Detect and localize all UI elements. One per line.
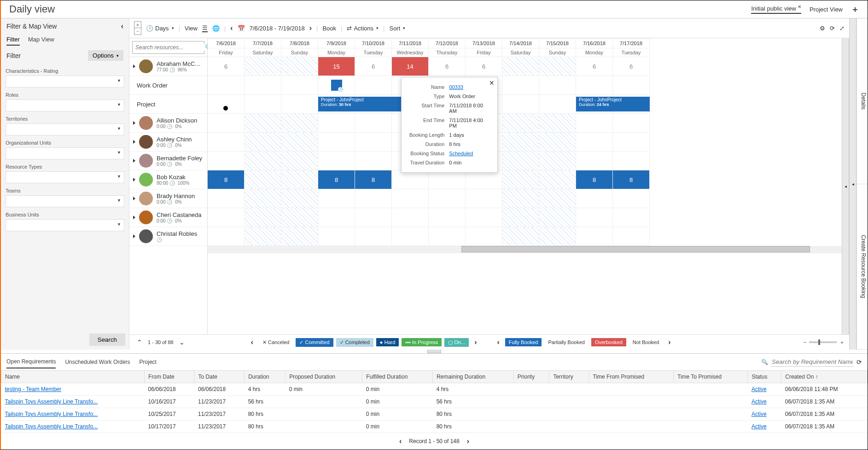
list-view-icon[interactable]: ☰ <box>202 24 208 32</box>
filter-select[interactable] <box>6 76 124 88</box>
resource-page-up[interactable]: ⌃ <box>134 337 145 347</box>
column-header[interactable]: Duration <box>245 371 285 383</box>
grid-cell[interactable] <box>539 114 576 133</box>
expand-icon[interactable] <box>133 234 135 238</box>
grid-cell[interactable] <box>318 133 355 152</box>
column-header[interactable]: Fulfilled Duration <box>362 371 433 383</box>
column-header[interactable]: Name <box>1 371 145 383</box>
book-button[interactable]: Book <box>322 25 336 32</box>
grid-cell[interactable]: 14 <box>392 57 429 76</box>
zoom-slider[interactable] <box>818 339 820 345</box>
grid-cell[interactable]: 8 <box>355 170 392 189</box>
grid-cell[interactable] <box>502 208 539 227</box>
collapse-rails-handle[interactable]: ◂ <box>849 18 856 350</box>
filter-select[interactable] <box>6 147 124 159</box>
grid-cell[interactable] <box>281 57 318 76</box>
grid-cell[interactable] <box>245 152 281 170</box>
expand-icon[interactable] <box>133 121 135 125</box>
grid-cell[interactable] <box>281 227 318 246</box>
resource-page-down[interactable]: ⌄ <box>176 337 187 347</box>
resource-row[interactable]: Cheri Castaneda0:00 🕒0% <box>129 208 207 227</box>
grid-cell[interactable] <box>208 208 245 227</box>
search-button[interactable]: Search <box>89 333 125 346</box>
close-icon[interactable]: ✕ <box>489 79 495 87</box>
grid-cell[interactable] <box>355 76 392 95</box>
status-link[interactable]: Active <box>751 423 767 430</box>
legend-completed[interactable]: ✓ Completed <box>336 338 373 347</box>
table-row[interactable]: Tailspin Toys Assembly Line Transfo...10… <box>1 408 868 421</box>
grid-cell[interactable]: 6 <box>466 57 502 76</box>
resource-row[interactable]: Christal Robles 🕒 <box>129 227 207 246</box>
grid-cell[interactable] <box>355 227 392 246</box>
grid-cell[interactable] <box>539 208 576 227</box>
expand-icon[interactable] <box>133 216 135 219</box>
project-block[interactable]: Project - JohnProjectDuration: 24 hrs <box>576 97 650 111</box>
grid-cell[interactable] <box>502 227 539 246</box>
legend-overbooked[interactable]: Overbooked <box>591 338 626 346</box>
resource-row[interactable]: Bob Kozak80:00 🕒100% <box>129 170 207 189</box>
tab-open-requirements[interactable]: Open Requirements <box>6 356 56 368</box>
filter-select[interactable] <box>6 99 124 111</box>
legend-committed[interactable]: ✓ Committed <box>296 338 333 347</box>
column-header[interactable]: Time To Promised <box>674 371 748 383</box>
grid-cell[interactable] <box>466 170 502 189</box>
legend-on[interactable]: ▢ On... <box>444 338 469 347</box>
status-link[interactable]: Active <box>751 386 767 392</box>
filter-select[interactable] <box>6 219 124 231</box>
tooltip-status-link[interactable]: Scheduled <box>449 151 473 156</box>
filter-select[interactable] <box>6 195 124 207</box>
grid-cell[interactable] <box>576 208 613 227</box>
time-unit-dropdown[interactable]: 🕒 Days <box>146 25 174 32</box>
refresh-icon[interactable]: ⟳ <box>856 358 862 366</box>
grid-cell[interactable] <box>245 57 281 76</box>
grid-cell[interactable] <box>355 133 392 152</box>
panel-resize-handle[interactable] <box>427 350 441 353</box>
grid-cell[interactable] <box>392 208 429 227</box>
grid-cell[interactable] <box>208 189 245 208</box>
grid-cell[interactable] <box>245 227 281 246</box>
zoom-out-icon[interactable]: − <box>804 339 806 345</box>
grid-cell[interactable] <box>208 95 245 114</box>
grid-cell[interactable] <box>208 114 245 133</box>
grid-cell[interactable] <box>539 227 576 246</box>
grid-cell[interactable] <box>355 152 392 170</box>
legend2-prev[interactable] <box>494 337 502 348</box>
legend1-next[interactable] <box>472 337 479 348</box>
grid-cell[interactable] <box>245 95 281 114</box>
column-header[interactable]: Time From Promised <box>589 371 674 383</box>
grid-cell[interactable] <box>466 189 502 208</box>
filter-select[interactable] <box>6 171 124 183</box>
grid-cell[interactable] <box>576 133 613 152</box>
status-link[interactable]: Active <box>751 411 767 417</box>
grid-cell[interactable] <box>355 208 392 227</box>
sidebar-tab-filter[interactable]: Filter <box>6 36 20 46</box>
grid-cell[interactable]: 6 <box>429 57 466 76</box>
grid-cell[interactable] <box>613 152 650 170</box>
grid-cell[interactable] <box>245 114 281 133</box>
grid-cell[interactable] <box>539 189 576 208</box>
column-header[interactable]: From Date <box>145 371 195 383</box>
grid-cell[interactable] <box>208 76 245 95</box>
requirement-link[interactable]: Tailspin Toys Assembly Line Transfo... <box>5 398 98 405</box>
resource-row[interactable]: Allison Dickson0:00 🕒0% <box>129 114 207 133</box>
grid-cell[interactable] <box>208 133 245 152</box>
requirement-link[interactable]: Tailspin Toys Assembly Line Transfo... <box>5 423 98 430</box>
grid-cell[interactable] <box>318 152 355 170</box>
resource-row[interactable]: Project <box>129 95 207 114</box>
table-row[interactable]: testing - Team Member06/06/201806/06/201… <box>1 383 868 396</box>
grid-cell[interactable] <box>576 189 613 208</box>
column-header[interactable]: Status <box>748 371 781 383</box>
close-icon[interactable]: ✕ <box>798 4 801 9</box>
requirement-link[interactable]: testing - Team Member <box>5 386 62 392</box>
search-icon[interactable]: 🔍 <box>761 359 768 365</box>
grid-cell[interactable] <box>502 76 539 95</box>
grid-cell[interactable] <box>576 152 613 170</box>
grid-cell[interactable] <box>576 114 613 133</box>
date-range-label[interactable]: 7/6/2018 - 7/19/2018 <box>250 25 305 32</box>
prev-range-button[interactable] <box>230 24 233 32</box>
expand-icon[interactable] <box>133 197 135 200</box>
grid-cell[interactable] <box>502 57 539 76</box>
grid-cell[interactable] <box>281 189 318 208</box>
grid-cell[interactable] <box>613 114 650 133</box>
legend-inprogress[interactable]: ▪▪▪ In Progress <box>402 338 442 346</box>
